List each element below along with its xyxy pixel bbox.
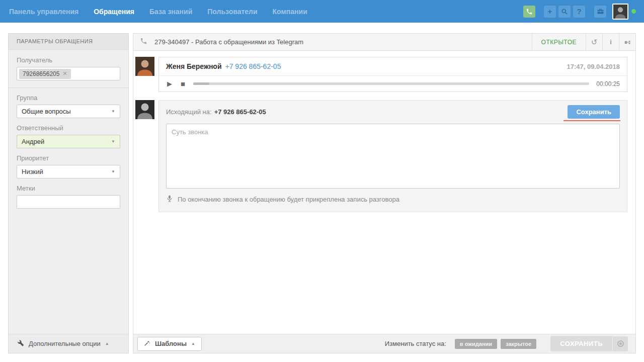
merge-button[interactable] <box>619 34 635 50</box>
user-avatar[interactable] <box>612 4 628 20</box>
status-closed-button[interactable]: закрытое <box>501 339 536 349</box>
help-button[interactable]: ? <box>573 6 585 18</box>
priority-value: Низкий <box>22 168 43 175</box>
question-icon: ? <box>577 8 581 15</box>
play-icon: ▶ <box>167 80 172 87</box>
call-direction-label: Исходящий на: <box>166 108 212 116</box>
sidebar-body: Получатель 79268656205 ✕ Группа Общие во… <box>9 50 128 209</box>
ticket-title: 279-340497 - Работа с обращениями из Tel… <box>154 38 303 46</box>
info-icon: i <box>610 38 612 46</box>
chevron-down-icon: ▼ <box>111 109 115 114</box>
recording-note: По окончанию звонка к обращению будет пр… <box>159 189 627 205</box>
merge-icon <box>624 39 631 46</box>
microphone-icon <box>166 195 173 204</box>
search-button[interactable] <box>558 6 571 18</box>
briefcase-icon <box>597 8 604 15</box>
stop-icon: ■ <box>181 79 185 88</box>
ticket-header: 279-340497 - Работа с обращениями из Tel… <box>133 34 635 51</box>
composer-card: Исходящий на: +7 926 865-62-05 Сохранить… <box>158 100 627 212</box>
chevron-down-icon: ▼ <box>111 139 115 144</box>
recipient-tag: 79268656205 ✕ <box>19 69 71 79</box>
nav-dashboard[interactable]: Панель управления <box>9 8 78 16</box>
group-value: Общие вопросы <box>22 108 71 115</box>
sidebar-title: ПАРАМЕТРЫ ОБРАЩЕНИЯ <box>9 34 128 50</box>
additional-options-toggle[interactable]: Дополнительные опции ▲ <box>9 334 128 353</box>
status-actions: Изменить статус на: в ожидании закрытое … <box>385 336 628 351</box>
tags-label: Метки <box>17 185 120 192</box>
ticket-footer: Шаблоны ▲ Изменить статус на: в ожидании… <box>133 334 635 353</box>
top-actions: + ? <box>523 4 636 20</box>
assignee-select[interactable]: Андрей ▼ <box>17 135 120 148</box>
save-note-button[interactable]: Сохранить <box>568 105 620 119</box>
phone-call-button[interactable] <box>523 6 535 18</box>
conversation: Женя Бережной +7 926 865-62-05 17:47, 09… <box>133 51 635 212</box>
call-message-card: Женя Бережной +7 926 865-62-05 17:47, 09… <box>158 57 627 92</box>
wrench-icon <box>17 339 24 348</box>
briefcase-button[interactable] <box>594 6 606 18</box>
app: Панель управления Обращения База знаний … <box>0 0 644 362</box>
nav-users[interactable]: Пользователи <box>207 8 257 16</box>
assignee-value: Андрей <box>22 138 44 145</box>
group-select[interactable]: Общие вопросы ▼ <box>17 105 120 118</box>
history-button[interactable]: ↺ <box>586 34 602 50</box>
templates-button[interactable]: Шаблоны ▲ <box>137 337 202 351</box>
additional-options-label: Дополнительные опции <box>29 340 101 347</box>
call-note-textarea[interactable] <box>166 124 620 189</box>
wand-icon <box>144 340 150 348</box>
save-timer-button[interactable] <box>613 336 628 351</box>
audio-progress-bar[interactable] <box>193 82 589 85</box>
recipient-field[interactable]: 79268656205 ✕ <box>17 67 120 80</box>
plus-icon: + <box>548 8 552 15</box>
composer-header: Исходящий на: +7 926 865-62-05 Сохранить <box>159 101 627 124</box>
ticket-header-right: ОТКРЫТОЕ ↺ i <box>532 34 635 50</box>
stop-button[interactable]: ■ <box>180 79 186 88</box>
outgoing-call-composer: Исходящий на: +7 926 865-62-05 Сохранить… <box>135 100 627 212</box>
remove-tag-icon[interactable]: ✕ <box>62 70 67 77</box>
chevron-down-icon: ▼ <box>111 169 115 174</box>
audio-duration: 00:00:25 <box>596 80 620 87</box>
audio-player: ▶ ■ 00:00:25 <box>159 76 627 92</box>
status-badge[interactable]: ОТКРЫТОЕ <box>532 34 586 50</box>
change-status-label: Изменить статус на: <box>385 340 446 347</box>
play-button[interactable]: ▶ <box>166 80 173 87</box>
info-button[interactable]: i <box>602 34 619 50</box>
add-button[interactable]: + <box>544 6 556 18</box>
nav-knowledge-base[interactable]: База знаний <box>149 8 192 16</box>
nav-tickets[interactable]: Обращения <box>94 8 134 16</box>
tags-input[interactable] <box>17 195 120 209</box>
history-icon: ↺ <box>591 38 598 47</box>
priority-select[interactable]: Низкий ▼ <box>17 165 120 178</box>
recording-note-text: По окончанию звонка к обращению будет пр… <box>178 196 399 203</box>
templates-label: Шаблоны <box>155 340 187 347</box>
outgoing-phone-number: +7 926 865-62-05 <box>214 108 266 116</box>
collapse-up-icon: ▲ <box>191 341 195 346</box>
customer-phone-link[interactable]: +7 926 865-62-05 <box>225 62 281 70</box>
search-icon <box>561 8 568 15</box>
group-label: Группа <box>17 94 120 102</box>
recipient-tag-value: 79268656205 <box>23 70 59 77</box>
record-circle-icon <box>617 340 624 347</box>
collapse-up-icon: ▲ <box>105 341 109 346</box>
status-pending-button[interactable]: в ожидании <box>455 339 497 349</box>
message-timestamp: 17:47, 09.04.2018 <box>567 63 620 70</box>
main-nav: Панель управления Обращения База знаний … <box>9 8 307 16</box>
sidebar-divider <box>9 87 128 88</box>
customer-avatar <box>135 57 154 76</box>
topbar-button-group: + ? <box>544 6 585 18</box>
phone-icon <box>140 37 147 47</box>
top-navigation-bar: Панель управления Обращения База знаний … <box>0 0 644 23</box>
priority-label: Приоритет <box>17 154 120 162</box>
save-ticket-button[interactable]: СОХРАНИТЬ <box>550 336 612 351</box>
audio-progress-fill <box>193 82 209 85</box>
phone-icon <box>526 8 533 15</box>
ticket-panel: 279-340497 - Работа с обращениями из Tel… <box>133 33 636 353</box>
nav-companies[interactable]: Компании <box>273 8 307 16</box>
ticket-parameters-panel: ПАРАМЕТРЫ ОБРАЩЕНИЯ Получатель 792686562… <box>8 33 129 353</box>
recipient-label: Получатель <box>17 56 120 64</box>
call-message: Женя Бережной +7 926 865-62-05 17:47, 09… <box>135 57 627 92</box>
ticket-header-left: 279-340497 - Работа с обращениями из Tel… <box>133 34 303 50</box>
online-status-dot <box>631 9 636 14</box>
call-message-header: Женя Бережной +7 926 865-62-05 17:47, 09… <box>159 57 627 76</box>
agent-avatar <box>135 100 154 119</box>
customer-name: Женя Бережной <box>166 62 222 70</box>
